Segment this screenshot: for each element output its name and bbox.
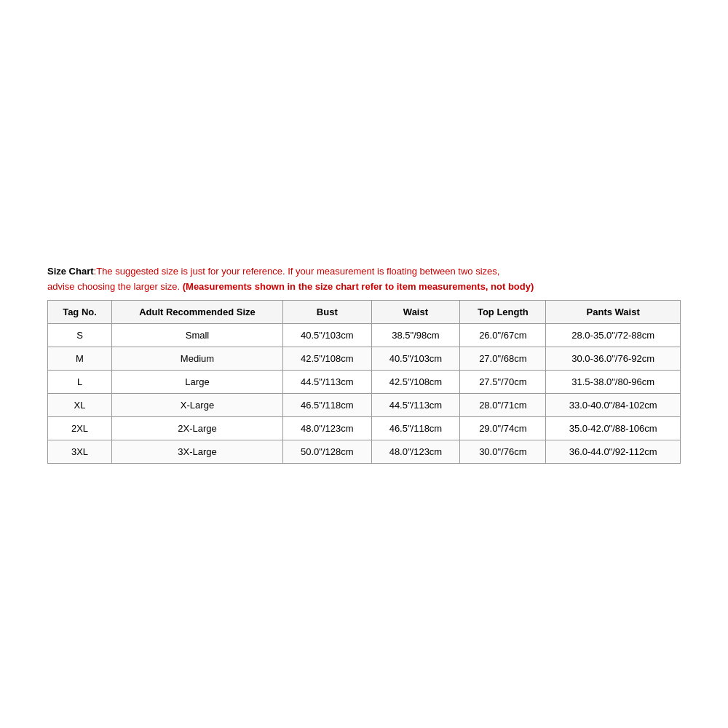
table-cell: Medium	[112, 347, 283, 371]
table-cell: 26.0"/67cm	[460, 324, 546, 347]
table-cell: 40.5"/103cm	[282, 324, 371, 347]
col-bust: Bust	[282, 301, 371, 324]
col-pants-waist: Pants Waist	[546, 301, 681, 324]
table-cell: 3X-Large	[112, 440, 283, 464]
table-cell: X-Large	[112, 394, 283, 417]
content-area: Size Chart:The suggested size is just fo…	[47, 257, 681, 472]
col-size: Adult Recommended Size	[112, 301, 283, 324]
table-cell: 27.5"/70cm	[460, 371, 546, 394]
table-cell: M	[48, 347, 112, 371]
table-row: MMedium42.5"/108cm40.5"/103cm27.0"/68cm3…	[48, 347, 681, 371]
table-cell: 28.0"/71cm	[460, 394, 546, 417]
table-cell: 42.5"/108cm	[282, 347, 371, 371]
col-top-length: Top Length	[460, 301, 546, 324]
table-cell: 33.0-40.0"/84-102cm	[546, 394, 681, 417]
table-cell: 44.5"/113cm	[371, 394, 460, 417]
table-cell: 30.0-36.0"/76-92cm	[546, 347, 681, 371]
table-cell: 30.0"/76cm	[460, 440, 546, 464]
table-cell: 3XL	[48, 440, 112, 464]
table-cell: 40.5"/103cm	[371, 347, 460, 371]
table-cell: 28.0-35.0"/72-88cm	[546, 324, 681, 347]
size-chart-table: Tag No. Adult Recommended Size Bust Wais…	[47, 300, 681, 464]
table-cell: 42.5"/108cm	[371, 371, 460, 394]
table-cell: Small	[112, 324, 283, 347]
table-cell: 29.0"/74cm	[460, 417, 546, 440]
table-cell: 46.5"/118cm	[282, 394, 371, 417]
table-row: SSmall40.5"/103cm38.5"/98cm26.0"/67cm28.…	[48, 324, 681, 347]
table-cell: 27.0"/68cm	[460, 347, 546, 371]
table-cell: 38.5"/98cm	[371, 324, 460, 347]
table-row: 3XL3X-Large50.0"/128cm48.0"/123cm30.0"/7…	[48, 440, 681, 464]
size-chart-note: Size Chart:The suggested size is just fo…	[47, 264, 681, 295]
page-wrapper: Size Chart:The suggested size is just fo…	[0, 0, 728, 728]
table-cell: Large	[112, 371, 283, 394]
table-cell: 35.0-42.0"/88-106cm	[546, 417, 681, 440]
table-cell: 46.5"/118cm	[371, 417, 460, 440]
note-line3: (Measurements shown in the size chart re…	[183, 281, 534, 292]
table-row: 2XL2X-Large48.0"/123cm46.5"/118cm29.0"/7…	[48, 417, 681, 440]
table-row: LLarge44.5"/113cm42.5"/108cm27.5"/70cm31…	[48, 371, 681, 394]
table-cell: 36.0-44.0"/92-112cm	[546, 440, 681, 464]
table-cell: 2XL	[48, 417, 112, 440]
note-line1: :The suggested size is just for your ref…	[94, 266, 500, 277]
col-waist: Waist	[371, 301, 460, 324]
table-cell: 2X-Large	[112, 417, 283, 440]
size-chart-label: Size Chart	[47, 266, 94, 277]
table-cell: L	[48, 371, 112, 394]
table-cell: 50.0"/128cm	[282, 440, 371, 464]
table-header-row: Tag No. Adult Recommended Size Bust Wais…	[48, 301, 681, 324]
table-cell: 48.0"/123cm	[371, 440, 460, 464]
table-cell: 31.5-38.0"/80-96cm	[546, 371, 681, 394]
table-cell: 48.0"/123cm	[282, 417, 371, 440]
note-line2: advise choosing the larger size.	[47, 281, 180, 292]
table-row: XLX-Large46.5"/118cm44.5"/113cm28.0"/71c…	[48, 394, 681, 417]
table-cell: XL	[48, 394, 112, 417]
col-tag: Tag No.	[48, 301, 112, 324]
table-cell: S	[48, 324, 112, 347]
table-cell: 44.5"/113cm	[282, 371, 371, 394]
